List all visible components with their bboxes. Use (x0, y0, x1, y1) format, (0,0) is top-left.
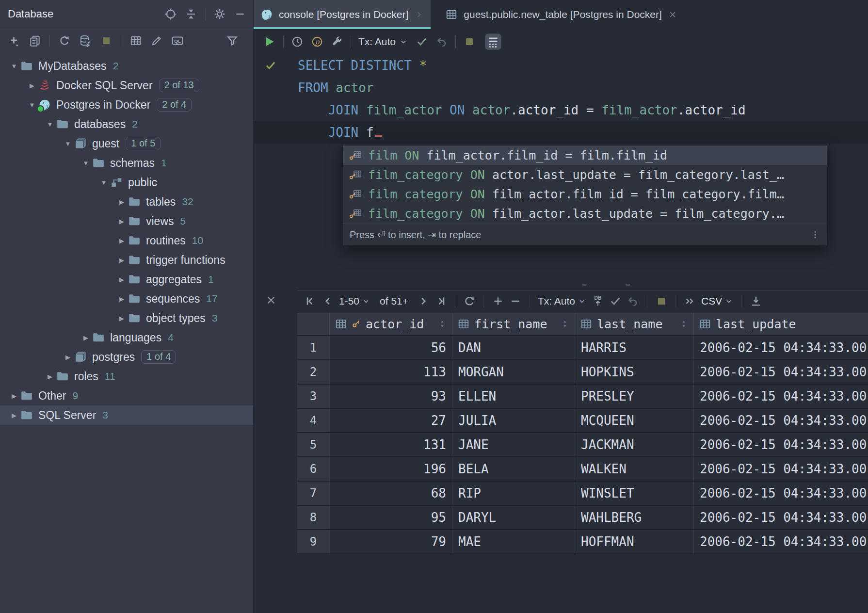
cell[interactable]: 2006-02-15 04:34:33.00 (693, 506, 868, 529)
expand-arrow-icon[interactable]: ▶ (115, 198, 128, 206)
locate-icon[interactable] (164, 8, 177, 20)
row-number[interactable]: 8 (297, 506, 329, 529)
collapse-arrow-icon[interactable]: ▼ (8, 63, 20, 70)
cell[interactable]: HOFFMAN (575, 530, 693, 553)
cell[interactable]: JACKMAN (575, 433, 693, 456)
column-header-last-update[interactable]: last_update (693, 313, 868, 335)
tree-item-postgres[interactable]: ▶postgres1 of 4 (0, 347, 253, 367)
row-number[interactable]: 9 (297, 530, 329, 553)
cell[interactable]: ELLEN (452, 385, 575, 408)
row-number[interactable]: 6 (297, 457, 329, 481)
tree-item-databases[interactable]: ▼databases2 (0, 114, 253, 134)
next-page-icon[interactable] (417, 295, 430, 307)
collapse-arrow-icon[interactable]: ▼ (80, 160, 92, 167)
cell[interactable]: 196 (329, 457, 452, 481)
row-number[interactable]: 7 (297, 482, 329, 505)
in-editor-results-icon[interactable] (483, 32, 503, 52)
cell[interactable]: WALKEN (575, 457, 693, 481)
tree-item-postgres-in-docker[interactable]: ▼Postgres in Docker2 of 4 (0, 95, 253, 114)
export-format-dropdown[interactable]: CSV (701, 295, 734, 307)
close-results-icon[interactable] (265, 294, 277, 306)
completion-item-4[interactable]: film_category ON film_actor.last_update … (343, 204, 827, 223)
collapse-all-icon[interactable] (185, 8, 197, 20)
cell[interactable]: JANE (452, 433, 575, 456)
cell[interactable]: 2006-02-15 04:34:33.00 (693, 433, 868, 456)
cell[interactable]: WINSLET (575, 482, 693, 505)
tree-item-mydatabases[interactable]: ▼MyDatabases2 (0, 56, 253, 76)
tree-item-sequences[interactable]: ▶sequences17 (0, 289, 253, 308)
wrench-icon[interactable] (331, 35, 343, 48)
download-icon[interactable] (750, 295, 762, 307)
add-row-icon[interactable] (492, 295, 504, 307)
code-line-1[interactable]: SELECT DISTINCT * (254, 54, 868, 77)
cell[interactable]: MCQUEEN (575, 409, 693, 432)
tree-item-docker-sql-server[interactable]: ▶Docker SQL Server2 of 13 (0, 76, 253, 95)
delete-row-icon[interactable] (509, 295, 522, 307)
tree-item-trigger-functions[interactable]: ▶trigger functions (0, 250, 253, 270)
sql-editor[interactable]: SELECT DISTINCT *FROM actor JOIN film_ac… (254, 54, 868, 144)
history-icon[interactable] (291, 35, 304, 48)
tx-mode-dropdown[interactable]: Tx: Auto (358, 36, 408, 48)
refresh-icon[interactable] (58, 34, 71, 47)
cell[interactable]: JULIA (452, 409, 575, 432)
collapse-arrow-icon[interactable]: ▼ (26, 101, 38, 109)
splitter-handle[interactable] (582, 284, 630, 286)
row-number[interactable]: 4 (297, 409, 329, 432)
collapse-arrow-icon[interactable]: ▼ (62, 140, 74, 147)
cell[interactable]: HARRIS (575, 336, 693, 359)
tree-item-aggregates[interactable]: ▶aggregates1 (0, 270, 253, 289)
results-tx-dropdown[interactable]: Tx: Auto (538, 295, 587, 307)
previous-page-icon[interactable] (321, 295, 334, 307)
column-header-actor-id[interactable]: actor_id (329, 313, 452, 335)
cell[interactable]: 2006-02-15 04:34:33.00 (693, 530, 868, 553)
cell[interactable]: 2006-02-15 04:34:33.00 (693, 457, 868, 481)
cell[interactable]: HOPKINS (575, 360, 693, 384)
sort-icon[interactable] (437, 319, 447, 329)
expand-arrow-icon[interactable]: ▶ (115, 276, 128, 283)
row-number[interactable]: 1 (297, 336, 329, 359)
tree-item-sql-server[interactable]: ▶SQL Server3 (0, 405, 253, 425)
expand-arrow-icon[interactable]: ▶ (8, 392, 20, 400)
expand-arrow-icon[interactable]: ▶ (115, 237, 128, 244)
cell[interactable]: 68 (329, 482, 452, 505)
row-number[interactable]: 5 (297, 433, 329, 456)
sort-icon[interactable] (679, 319, 689, 329)
tree-item-routines[interactable]: ▶routines10 (0, 231, 253, 250)
tree-item-other[interactable]: ▶Other9 (0, 386, 253, 405)
tree-item-schemas[interactable]: ▼schemas1 (0, 153, 253, 173)
cell[interactable]: 2006-02-15 04:34:33.00 (693, 360, 868, 384)
cell[interactable]: 93 (329, 385, 452, 408)
row-number[interactable]: 2 (297, 360, 329, 384)
reload-icon[interactable] (463, 295, 476, 307)
code-line-3[interactable]: JOIN film_actor ON actor.actor_id = film… (254, 99, 868, 121)
gear-icon[interactable] (213, 8, 226, 20)
first-page-icon[interactable] (304, 295, 317, 307)
page-size-dropdown[interactable]: 1-50 (339, 295, 371, 307)
expand-arrow-icon[interactable]: ▶ (115, 315, 128, 322)
tree-item-guest[interactable]: ▼guest1 of 5 (0, 134, 253, 153)
cell[interactable]: 113 (329, 360, 452, 384)
expand-arrow-icon[interactable]: ▶ (62, 354, 74, 361)
cell[interactable]: 56 (329, 336, 452, 359)
jump-to-console-icon[interactable]: QL (171, 34, 184, 47)
code-line-2[interactable]: FROM actor (254, 77, 868, 99)
cell[interactable]: 2006-02-15 04:34:33.00 (693, 336, 868, 359)
cell[interactable]: DARYL (452, 506, 575, 529)
expand-arrow-icon[interactable]: ▶ (80, 334, 92, 341)
column-header-last-name[interactable]: last_name (575, 313, 693, 335)
commit-icon[interactable] (416, 35, 428, 48)
collapse-arrow-icon[interactable]: ▼ (97, 179, 110, 186)
tree-item-roles[interactable]: ▶roles11 (0, 367, 253, 386)
completion-item-3[interactable]: film_category ON film_actor.film_id = fi… (343, 184, 827, 204)
kebab-menu-icon[interactable] (810, 230, 820, 240)
expand-arrow-icon[interactable]: ▶ (44, 373, 56, 380)
table-view-icon[interactable] (129, 34, 142, 47)
cell[interactable]: 79 (329, 530, 452, 553)
hide-panel-icon[interactable] (234, 8, 246, 20)
duplicate-icon[interactable] (29, 34, 41, 47)
run-icon[interactable] (263, 35, 276, 48)
cell[interactable]: WAHLBERG (575, 506, 693, 529)
cell[interactable]: 27 (329, 409, 452, 432)
tree-item-public[interactable]: ▼public (0, 173, 253, 192)
cell[interactable]: RIP (452, 482, 575, 505)
